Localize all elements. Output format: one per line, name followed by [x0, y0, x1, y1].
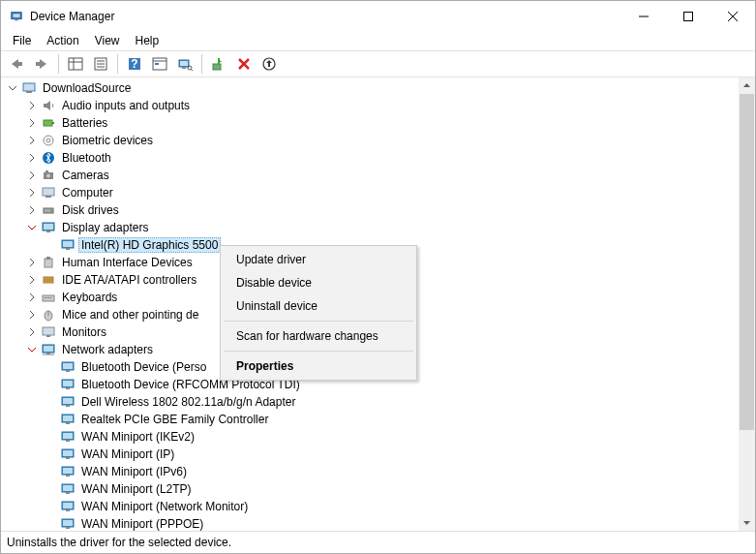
monitor-icon: [41, 324, 56, 340]
category-cameras[interactable]: Cameras: [24, 167, 739, 184]
tree-label: WAN Miniport (L2TP): [78, 481, 195, 497]
ctx-disable-device[interactable]: Disable device: [223, 271, 414, 294]
expander-icon[interactable]: [24, 133, 40, 148]
tree-label: Cameras: [59, 168, 112, 183]
expander-icon[interactable]: [24, 168, 40, 183]
device-network[interactable]: WAN Miniport (L2TP): [44, 480, 739, 498]
menu-bar: File Action View Help: [1, 31, 755, 50]
forward-button[interactable]: [30, 52, 53, 76]
svg-point-24: [188, 66, 192, 70]
svg-rect-98: [66, 527, 70, 529]
status-bar: Uninstalls the driver for the selected d…: [1, 532, 755, 553]
svg-rect-47: [46, 231, 50, 232]
svg-rect-50: [66, 248, 70, 250]
expander-icon[interactable]: [24, 115, 40, 131]
svg-rect-1: [14, 14, 20, 17]
uninstall-device-button[interactable]: [232, 52, 256, 76]
scroll-thumb[interactable]: [740, 94, 754, 430]
ctx-update-driver[interactable]: Update driver: [223, 248, 414, 271]
show-hide-console-button[interactable]: [64, 52, 87, 76]
device-network[interactable]: Dell Wireless 1802 802.11a/b/g/n Adapter: [44, 393, 739, 411]
svg-rect-95: [66, 509, 70, 511]
maximize-button[interactable]: [666, 1, 711, 31]
expander-icon[interactable]: [24, 202, 40, 218]
menu-view[interactable]: View: [87, 32, 128, 49]
close-button[interactable]: [711, 1, 755, 31]
tree-label: Network adapters: [59, 342, 156, 357]
network-adapter-icon: [60, 412, 76, 427]
expander-open-icon[interactable]: [24, 220, 40, 235]
ctx-properties[interactable]: Properties: [223, 354, 414, 378]
scroll-track[interactable]: [739, 94, 755, 514]
context-menu: Update driver Disable device Uninstall d…: [220, 245, 417, 381]
svg-point-35: [44, 136, 53, 145]
svg-rect-2: [15, 18, 18, 20]
category-batteries[interactable]: Batteries: [24, 114, 739, 132]
expander-icon[interactable]: [5, 80, 20, 96]
menu-help[interactable]: Help: [128, 32, 167, 49]
expander-icon[interactable]: [24, 307, 40, 323]
network-adapter-icon: [60, 516, 76, 531]
device-network[interactable]: WAN Miniport (IPv6): [44, 463, 739, 480]
ctx-uninstall-device[interactable]: Uninstall device: [223, 294, 414, 318]
expander-icon[interactable]: [24, 185, 40, 200]
tree-label: Computer: [59, 185, 116, 200]
expander-icon[interactable]: [24, 255, 40, 270]
expander-icon[interactable]: [24, 98, 40, 113]
help-button[interactable]: ?: [123, 52, 146, 76]
enable-device-button[interactable]: [207, 52, 230, 76]
svg-rect-41: [43, 188, 54, 196]
minimize-button[interactable]: [621, 1, 666, 31]
ide-icon: [41, 272, 56, 288]
svg-point-44: [50, 210, 52, 212]
tree-label: Bluetooth: [59, 150, 114, 166]
tree-label: DownloadSource: [40, 80, 134, 96]
category-biometric[interactable]: Biometric devices: [24, 132, 739, 149]
svg-rect-22: [180, 61, 188, 66]
update-driver-button[interactable]: [257, 52, 281, 76]
action-button[interactable]: [148, 52, 171, 76]
expander-icon[interactable]: [24, 150, 40, 166]
ctx-scan-hardware[interactable]: Scan for hardware changes: [223, 324, 414, 348]
svg-rect-89: [66, 475, 70, 477]
expander-icon[interactable]: [24, 324, 40, 340]
bluetooth-icon: [41, 150, 56, 166]
svg-rect-8: [36, 62, 41, 66]
display-icon: [60, 237, 76, 253]
device-network[interactable]: WAN Miniport (PPPOE): [44, 515, 739, 531]
menu-action[interactable]: Action: [39, 32, 86, 49]
expander-icon[interactable]: [24, 272, 40, 288]
expander-icon[interactable]: [24, 290, 40, 305]
category-audio[interactable]: Audio inputs and outputs: [24, 97, 739, 114]
scroll-up-button[interactable]: [739, 77, 755, 94]
expander-open-icon[interactable]: [24, 342, 40, 357]
scroll-down-button[interactable]: [739, 514, 755, 531]
category-computer[interactable]: Computer: [24, 184, 739, 201]
app-icon: [9, 9, 24, 24]
scan-hardware-button[interactable]: [173, 52, 197, 76]
svg-rect-91: [63, 485, 73, 491]
svg-rect-79: [63, 416, 73, 421]
category-display[interactable]: Display adapters: [24, 219, 739, 236]
properties-button[interactable]: [89, 52, 112, 76]
device-network[interactable]: WAN Miniport (IP): [44, 446, 739, 463]
menu-file[interactable]: File: [5, 32, 39, 49]
device-network[interactable]: Realtek PCIe GBE Family Controller: [44, 411, 739, 428]
vertical-scrollbar[interactable]: [739, 77, 755, 531]
svg-rect-73: [63, 381, 73, 386]
svg-rect-94: [63, 503, 73, 508]
tree-root[interactable]: DownloadSource: [5, 79, 739, 97]
tree-label: WAN Miniport (Network Monitor): [78, 499, 251, 514]
svg-rect-52: [46, 257, 50, 260]
category-disk[interactable]: Disk drives: [24, 201, 739, 219]
device-manager-window: Device Manager File Action View Help ?: [0, 0, 756, 554]
network-adapter-icon: [60, 359, 76, 375]
toolbar-separator: [201, 54, 202, 74]
title-bar: Device Manager: [1, 1, 755, 31]
back-button[interactable]: [5, 52, 28, 76]
svg-rect-23: [182, 67, 186, 69]
device-network[interactable]: WAN Miniport (Network Monitor): [44, 498, 739, 515]
category-bluetooth[interactable]: Bluetooth: [24, 149, 739, 167]
device-network[interactable]: WAN Miniport (IKEv2): [44, 428, 739, 446]
network-icon: [41, 342, 56, 357]
